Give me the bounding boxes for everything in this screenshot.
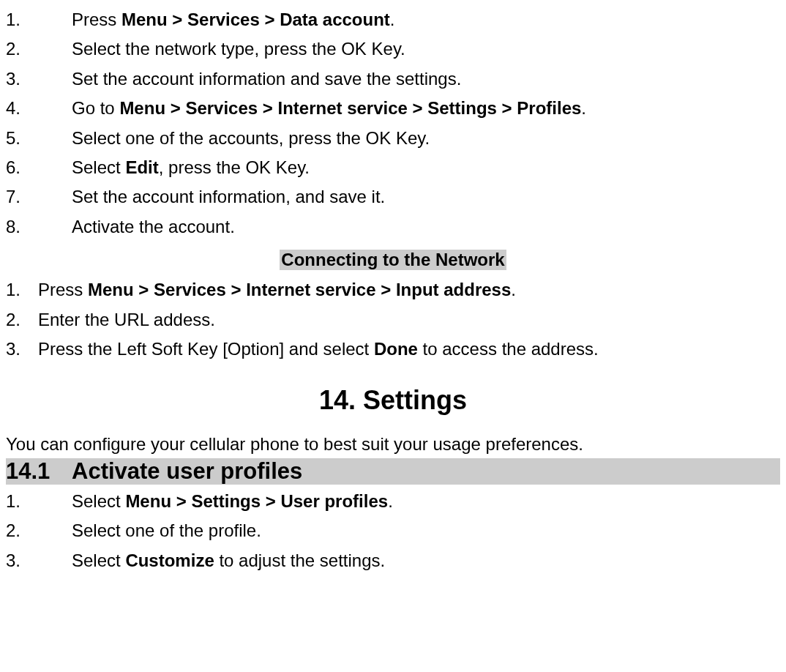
subheading-connecting: Connecting to the Network — [280, 250, 506, 270]
list-text: Select one of the accounts, press the OK… — [72, 124, 780, 152]
section-heading-14-1: 14.1Activate user profiles — [6, 458, 780, 485]
text-run: . — [388, 491, 393, 511]
text-run: Press — [38, 280, 88, 299]
text-run: to access the address. — [418, 339, 599, 359]
text-run: Go to — [72, 98, 119, 118]
list-text: Activate the account. — [72, 213, 780, 241]
list-item: 6. Select Edit, press the OK Key. — [6, 154, 780, 182]
list-item: 2. Select one of the profile. — [6, 517, 780, 545]
section-title: Activate user profiles — [72, 458, 302, 485]
list-number: 5. — [6, 124, 72, 152]
text-run: , press the OK Key. — [159, 157, 310, 177]
list-item: 4. Go to Menu > Services > Internet serv… — [6, 94, 780, 122]
list-number: 1. — [6, 488, 72, 515]
list-item: 3. Select Customize to adjust the settin… — [6, 547, 780, 575]
text-run: Press — [72, 10, 121, 29]
list-item: 3. Press the Left Soft Key [Option] and … — [6, 335, 780, 363]
list-number: 2. — [6, 306, 38, 334]
list-text: Select Customize to adjust the settings. — [72, 547, 780, 575]
intro-paragraph: You can configure your cellular phone to… — [6, 432, 780, 457]
list-item: 8. Activate the account. — [6, 213, 780, 241]
text-run: . — [511, 280, 516, 299]
list-text: Select the network type, press the OK Ke… — [72, 35, 780, 63]
text-run: Select — [72, 157, 125, 177]
list-text: Select Edit, press the OK Key. — [72, 154, 780, 182]
list-text: Enter the URL addess. — [38, 306, 780, 334]
ordered-list-connect: 1. Press Menu > Services > Internet serv… — [6, 276, 780, 363]
text-run: Select the network type, press the OK Ke… — [72, 39, 405, 59]
text-run: Press the Left Soft Key [Option] and sel… — [38, 339, 374, 359]
list-number: 1. — [6, 6, 72, 34]
list-item: 1. Press Menu > Services > Internet serv… — [6, 276, 780, 304]
text-run: Select — [72, 491, 125, 511]
list-number: 7. — [6, 183, 72, 211]
text-bold: Done — [374, 339, 418, 359]
ordered-list-setup: 1. Press Menu > Services > Data account.… — [6, 6, 780, 241]
text-run: Select one of the accounts, press the OK… — [72, 128, 430, 148]
list-number: 6. — [6, 154, 72, 182]
heading-settings: 14. Settings — [6, 385, 780, 416]
text-bold: Menu > Services > Internet service > Inp… — [88, 280, 511, 299]
list-number: 2. — [6, 35, 72, 63]
list-number: 3. — [6, 547, 72, 575]
text-run: Set the account information and save the… — [72, 69, 461, 89]
text-run: Enter the URL addess. — [38, 310, 215, 329]
list-text: Press Menu > Services > Data account. — [72, 6, 780, 34]
list-item: 2. Select the network type, press the OK… — [6, 35, 780, 63]
list-text: Set the account information and save the… — [72, 65, 780, 93]
list-number: 2. — [6, 517, 72, 545]
list-text: Press Menu > Services > Internet service… — [38, 276, 780, 304]
section-number: 14.1 — [6, 458, 72, 485]
list-number: 3. — [6, 335, 38, 363]
text-run: Activate the account. — [72, 217, 235, 236]
text-run: Select one of the profile. — [72, 520, 261, 540]
text-bold: Menu > Services > Internet service > Set… — [119, 98, 581, 118]
list-text: Select one of the profile. — [72, 517, 780, 545]
list-number: 3. — [6, 65, 72, 93]
ordered-list-profiles: 1. Select Menu > Settings > User profile… — [6, 488, 780, 575]
text-run: . — [581, 98, 586, 118]
text-run: . — [390, 10, 395, 29]
list-item: 2. Enter the URL addess. — [6, 306, 780, 334]
list-item: 1. Press Menu > Services > Data account. — [6, 6, 780, 34]
list-text: Go to Menu > Services > Internet service… — [72, 94, 780, 122]
list-number: 8. — [6, 213, 72, 241]
text-run: to adjust the settings. — [214, 550, 385, 570]
text-bold: Menu > Settings > User profiles — [125, 491, 388, 511]
text-bold: Edit — [125, 157, 158, 177]
list-text: Select Menu > Settings > User profiles. — [72, 488, 780, 515]
list-text: Set the account information, and save it… — [72, 183, 780, 211]
list-item: 7. Set the account information, and save… — [6, 183, 780, 211]
text-run: Set the account information, and save it… — [72, 187, 385, 206]
text-bold: Menu > Services > Data account — [121, 10, 390, 29]
text-bold: Customize — [125, 550, 214, 570]
list-item: 5. Select one of the accounts, press the… — [6, 124, 780, 152]
list-number: 1. — [6, 276, 38, 304]
text-run: Select — [72, 550, 125, 570]
list-item: 3. Set the account information and save … — [6, 65, 780, 93]
list-item: 1. Select Menu > Settings > User profile… — [6, 488, 780, 515]
list-number: 4. — [6, 94, 72, 122]
list-text: Press the Left Soft Key [Option] and sel… — [38, 335, 780, 363]
